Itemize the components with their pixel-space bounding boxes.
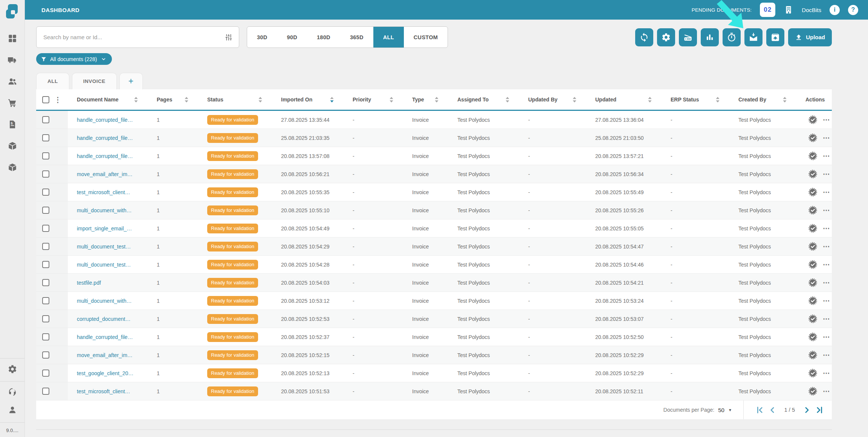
- sort-icon[interactable]: [185, 97, 188, 103]
- document-link[interactable]: handle_corrupted_file…: [77, 334, 133, 340]
- row-checkbox[interactable]: [42, 315, 49, 322]
- document-link[interactable]: handle_corrupted_file…: [77, 117, 133, 123]
- tenant-name[interactable]: DocBits: [802, 7, 821, 13]
- pending-documents-count[interactable]: 02: [760, 3, 775, 17]
- sort-icon[interactable]: [435, 97, 439, 103]
- row-checkbox[interactable]: [42, 116, 49, 123]
- row-menu-icon[interactable]: ⋯: [823, 134, 830, 141]
- row-checkbox[interactable]: [42, 388, 49, 395]
- row-menu-icon[interactable]: ⋯: [823, 333, 830, 340]
- sort-icon[interactable]: [648, 97, 652, 103]
- document-link[interactable]: handle_corrupted_file…: [77, 153, 133, 159]
- document-link[interactable]: corrupted_document…: [77, 316, 130, 322]
- organization-building-icon[interactable]: [784, 5, 793, 15]
- unarchive-button[interactable]: [766, 28, 784, 46]
- validate-seal-check-icon[interactable]: [808, 205, 818, 215]
- document-link[interactable]: test_microsoft_client…: [77, 388, 130, 394]
- sort-icon[interactable]: [330, 97, 334, 103]
- validate-seal-check-icon[interactable]: [808, 115, 818, 125]
- package-icon[interactable]: [8, 141, 17, 151]
- row-checkbox[interactable]: [42, 351, 49, 359]
- row-checkbox[interactable]: [42, 370, 49, 377]
- last-page-icon[interactable]: [815, 405, 824, 415]
- validate-seal-check-icon[interactable]: [808, 133, 818, 143]
- column-header-status[interactable]: Status: [198, 97, 272, 103]
- validate-seal-check-icon[interactable]: [808, 386, 818, 396]
- document-link[interactable]: multi_document_with…: [77, 207, 132, 213]
- row-menu-icon[interactable]: ⋯: [823, 243, 830, 250]
- row-menu-icon[interactable]: ⋯: [823, 315, 830, 322]
- column-header-updated[interactable]: Updated: [586, 97, 662, 103]
- first-page-icon[interactable]: [755, 405, 764, 415]
- row-menu-icon[interactable]: ⋯: [823, 351, 830, 359]
- info-icon[interactable]: i: [830, 5, 840, 15]
- row-menu-icon[interactable]: ⋯: [823, 388, 830, 395]
- document-link[interactable]: move_email_after_im…: [77, 352, 133, 358]
- sort-icon[interactable]: [134, 97, 138, 103]
- column-header-imported-on[interactable]: Imported On: [272, 97, 344, 103]
- users-icon[interactable]: [8, 77, 17, 86]
- shipping-truck-icon[interactable]: [8, 55, 17, 65]
- sort-icon[interactable]: [258, 97, 262, 103]
- document-link[interactable]: testfile.pdf: [77, 280, 101, 286]
- previous-page-icon[interactable]: [768, 405, 777, 415]
- validate-seal-check-icon[interactable]: [808, 314, 818, 324]
- package-alt-icon[interactable]: [8, 163, 17, 172]
- row-menu-icon[interactable]: ⋯: [823, 279, 830, 286]
- column-header-pages[interactable]: Pages: [148, 97, 198, 103]
- row-checkbox[interactable]: [42, 297, 49, 304]
- app-logo[interactable]: [5, 3, 20, 21]
- row-menu-icon[interactable]: ⋯: [823, 116, 830, 123]
- range-365d[interactable]: 365D: [340, 27, 373, 48]
- row-menu-icon[interactable]: ⋯: [823, 189, 830, 196]
- range-custom[interactable]: CUSTOM: [404, 27, 448, 48]
- row-menu-icon[interactable]: ⋯: [823, 297, 830, 304]
- document-link[interactable]: multi_document_test…: [77, 262, 131, 268]
- document-link[interactable]: test_google_client_20…: [77, 370, 133, 376]
- row-menu-icon[interactable]: ⋯: [823, 170, 830, 178]
- row-checkbox[interactable]: [42, 134, 49, 141]
- column-header-assigned-to[interactable]: Assigned To: [448, 97, 519, 103]
- validate-seal-check-icon[interactable]: [808, 296, 818, 306]
- all-documents-filter-chip[interactable]: All documents (228): [36, 53, 112, 65]
- select-all-checkbox[interactable]: [42, 96, 49, 103]
- profile-person-icon[interactable]: [8, 405, 17, 415]
- document-link[interactable]: move_email_after_im…: [77, 171, 133, 177]
- row-checkbox[interactable]: [42, 225, 49, 232]
- row-checkbox[interactable]: [42, 207, 49, 214]
- row-checkbox[interactable]: [42, 243, 49, 250]
- row-checkbox[interactable]: [42, 261, 49, 268]
- row-menu-icon[interactable]: ⋯: [823, 152, 830, 159]
- help-icon[interactable]: ?: [848, 5, 858, 15]
- document-link[interactable]: import_single_email_…: [77, 225, 132, 232]
- timer-button[interactable]: [723, 28, 741, 46]
- kebab-menu-icon[interactable]: ⋮: [54, 96, 61, 103]
- validate-seal-check-icon[interactable]: [808, 368, 818, 378]
- next-page-icon[interactable]: [802, 405, 811, 415]
- validate-seal-check-icon[interactable]: [808, 332, 818, 342]
- validate-seal-check-icon[interactable]: [808, 241, 818, 251]
- sort-icon[interactable]: [783, 97, 787, 103]
- tab-invoice[interactable]: INVOICE: [72, 73, 117, 89]
- sort-icon[interactable]: [716, 97, 720, 103]
- search-input[interactable]: [43, 34, 225, 40]
- tab-all[interactable]: ALL: [36, 73, 69, 89]
- row-menu-icon[interactable]: ⋯: [823, 261, 830, 268]
- range-all[interactable]: ALL: [373, 27, 404, 48]
- per-page-select[interactable]: Documents per Page: 50 ▼: [663, 407, 732, 413]
- document-link[interactable]: multi_document_test…: [77, 244, 131, 250]
- refresh-button[interactable]: [635, 28, 653, 46]
- validate-seal-check-icon[interactable]: [808, 278, 818, 288]
- validate-seal-check-icon[interactable]: [808, 350, 818, 360]
- validate-seal-check-icon[interactable]: [808, 151, 818, 161]
- scanner-button[interactable]: [679, 28, 697, 46]
- sort-icon[interactable]: [573, 97, 576, 103]
- support-headset-icon[interactable]: [8, 387, 17, 397]
- range-180d[interactable]: 180D: [307, 27, 340, 48]
- analytics-button[interactable]: [701, 28, 719, 46]
- row-checkbox[interactable]: [42, 189, 49, 196]
- add-tab-button[interactable]: +: [119, 73, 143, 89]
- dashboard-grid-icon[interactable]: [8, 34, 17, 43]
- column-header-updated-by[interactable]: Updated By: [519, 97, 586, 103]
- range-30d[interactable]: 30D: [247, 27, 277, 48]
